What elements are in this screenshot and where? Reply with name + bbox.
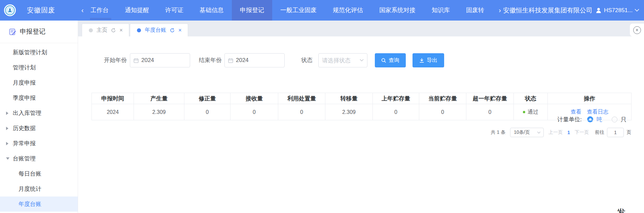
close-all-tabs-button[interactable]: × <box>630 24 644 36</box>
cell-transferred: 2.309 <box>325 104 373 120</box>
nav-scroll-left-button[interactable]: ‹ <box>76 0 89 21</box>
start-year-input[interactable]: 2024 <box>130 53 190 67</box>
navbar-right-area: 安徽恒生科技发展集团有限公司 HS72851... <box>503 0 644 21</box>
view-log-link[interactable]: 查看日志 <box>587 109 608 115</box>
prev-page-button[interactable]: 上一页 <box>548 129 563 135</box>
chevron-down-icon <box>635 9 639 12</box>
chevron-down-icon <box>537 131 541 134</box>
app-logo-icon <box>4 4 16 17</box>
user-menu[interactable]: HS72851... <box>595 7 639 14</box>
cell-status: 通过 <box>514 104 548 120</box>
sidebar-item-abnormal-declaration[interactable]: 异常申报 <box>0 136 78 151</box>
cell-corrected: 0 <box>184 104 230 120</box>
search-button[interactable]: 查询 <box>375 53 406 67</box>
goto-page-input[interactable] <box>607 128 624 137</box>
floating-widget-partial[interactable]: 发 <box>617 207 625 213</box>
nav-item-basic-info[interactable]: 基础信息 <box>191 0 232 21</box>
refresh-icon[interactable] <box>111 28 116 33</box>
status-label: 状态 <box>296 53 313 67</box>
sidebar-item-history-data[interactable]: 历史数据 <box>0 121 78 136</box>
pagination: 共 1 条 10条/页 上一页 1 下一页 前往 页 <box>491 127 631 138</box>
top-navbar: 安徽固废 ‹ 工作台 通知提醒 许可证 基础信息 申报登记 一般工业固废 规范化… <box>0 0 644 21</box>
next-page-button[interactable]: 下一页 <box>575 129 589 135</box>
col-last-year-storage: 上年贮存量 <box>373 93 419 104</box>
nav-item-declaration[interactable]: 申报登记 <box>232 0 272 21</box>
search-button-label: 查询 <box>389 57 399 64</box>
sidebar-item-label: 异常申报 <box>13 140 36 147</box>
col-utilized-disposed: 利用处置量 <box>278 93 325 104</box>
tab-bar: 主页 × 年度台账 × × <box>78 21 644 36</box>
col-current-storage: 当前贮存量 <box>419 93 466 104</box>
download-icon <box>419 58 424 63</box>
col-over-year-storage: 超一年贮存量 <box>466 93 514 104</box>
calendar-icon <box>134 58 139 63</box>
tab-label: 主页 <box>97 27 107 34</box>
sidebar-item-label: 月度申报 <box>13 79 36 87</box>
nav-item-waste-transfer[interactable]: 固废转 <box>458 0 492 21</box>
export-button[interactable]: 导出 <box>413 53 444 67</box>
sidebar-item-monthly-declaration[interactable]: 月度申报 <box>0 75 78 90</box>
nav-item-standardization-assessment[interactable]: 规范化评估 <box>325 0 371 21</box>
document-edit-icon <box>9 28 16 35</box>
sidebar-item-label: 台账管理 <box>13 155 36 162</box>
nav-scrollbar-thumb[interactable] <box>90 18 111 20</box>
sidebar-item-management-plan[interactable]: 管理计划 <box>0 60 78 75</box>
sidebar-header: 申报登记 <box>0 21 78 43</box>
status-dot-icon <box>523 111 525 113</box>
col-corrected: 修正量 <box>184 93 230 104</box>
brand-area: 安徽固废 <box>0 0 76 21</box>
caret-right-icon <box>6 142 8 145</box>
sidebar-item-ledger-management[interactable]: 台账管理 <box>0 151 78 166</box>
sidebar-item-new-management-plan[interactable]: 新版管理计划 <box>0 45 78 60</box>
ledger-table: 申报时间 产生量 修正量 接收量 利用处置量 转移量 上年贮存量 当前贮存量 超… <box>92 93 632 120</box>
close-tab-icon[interactable]: × <box>178 27 182 33</box>
refresh-icon[interactable] <box>170 28 175 33</box>
cell-over-year-storage: 0 <box>466 104 514 120</box>
tab-label: 年度台账 <box>145 27 166 34</box>
page-size-select[interactable]: 10条/页 <box>510 128 544 137</box>
nav-item-knowledge-base[interactable]: 知识库 <box>424 0 458 21</box>
start-year-label: 开始年份 <box>99 53 127 67</box>
close-tab-icon[interactable]: × <box>119 27 123 33</box>
sidebar-item-daily-ledger[interactable]: 每日台账 <box>0 166 78 181</box>
nav-item-notifications[interactable]: 通知提醒 <box>117 0 157 21</box>
sidebar-item-annual-ledger[interactable]: 年度台账 <box>0 196 78 212</box>
username-text: HS72851... <box>604 7 633 14</box>
col-declare-time: 申报时间 <box>92 93 134 104</box>
nav-scroll-right-button[interactable]: › <box>498 0 503 21</box>
view-link[interactable]: 查看 <box>571 109 581 115</box>
nav-item-license[interactable]: 许可证 <box>157 0 191 21</box>
main-content: 开始年份 2024 结束年份 2024 状态 请选择状态 <box>78 36 644 213</box>
sidebar-item-inout-warehouse[interactable]: 出入库管理 <box>0 105 78 121</box>
sidebar-item-label: 新版管理计划 <box>13 49 47 56</box>
nav-item-general-industrial-waste[interactable]: 一般工业固废 <box>272 0 325 21</box>
table-header-row: 申报时间 产生量 修正量 接收量 利用处置量 转移量 上年贮存量 当前贮存量 超… <box>92 93 632 104</box>
user-icon <box>595 7 602 14</box>
col-received: 接收量 <box>230 93 278 104</box>
sidebar-item-quarterly-declaration[interactable]: 季度申报 <box>0 90 78 105</box>
goto-label: 前往 <box>595 129 604 135</box>
tab-home[interactable]: 主页 × <box>82 24 129 36</box>
nav-item-workbench[interactable]: 工作台 <box>89 0 117 21</box>
status-select[interactable]: 请选择状态 <box>318 53 367 67</box>
page-size-value: 10条/页 <box>514 129 530 135</box>
cell-received: 0 <box>230 104 278 120</box>
caret-right-icon <box>6 127 8 130</box>
end-year-label: 结束年份 <box>193 53 222 67</box>
sidebar-title: 申报登记 <box>20 27 45 36</box>
open-tabs: 主页 × 年度台账 × <box>82 24 189 36</box>
sidebar: 申报登记 新版管理计划 管理计划 月度申报 季度申报 出入库管理 历史数据 异常… <box>0 21 78 213</box>
start-year-value: 2024 <box>141 57 154 64</box>
caret-down-icon <box>6 157 9 160</box>
end-year-value: 2024 <box>236 57 249 64</box>
nav-item-national-system[interactable]: 国家系统对接 <box>371 0 424 21</box>
nav-menu: 工作台 通知提醒 许可证 基础信息 申报登记 一般工业固废 规范化评估 国家系统… <box>89 0 498 21</box>
caret-right-icon <box>6 112 8 115</box>
app-window: 安徽固废 ‹ 工作台 通知提醒 许可证 基础信息 申报登记 一般工业固废 规范化… <box>0 0 644 213</box>
tab-annual-ledger[interactable]: 年度台账 × <box>130 24 188 36</box>
end-year-input[interactable]: 2024 <box>224 53 285 67</box>
cell-generated: 2.309 <box>134 104 184 120</box>
current-page[interactable]: 1 <box>567 130 570 135</box>
cell-actions: 查看 查看日志 <box>548 104 632 120</box>
sidebar-item-monthly-statistics[interactable]: 月度统计 <box>0 181 78 196</box>
